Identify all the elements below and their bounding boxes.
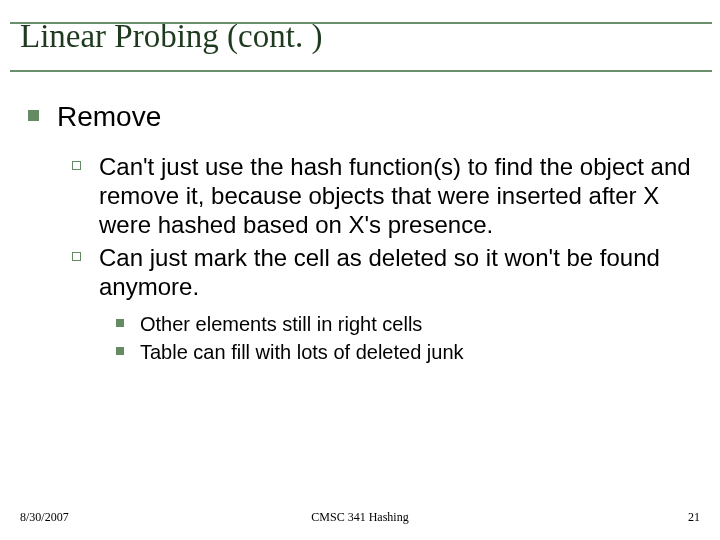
bullet-level3-text: Table can fill with lots of deleted junk xyxy=(140,339,464,365)
bullet-level2-text: Can just mark the cell as deleted so it … xyxy=(99,243,692,301)
square-bullet-icon xyxy=(28,110,39,121)
bullet-level3-group: Other elements still in right cells Tabl… xyxy=(116,311,692,365)
bullet-level1: Remove xyxy=(28,100,692,134)
footer-center: CMSC 341 Hashing xyxy=(0,510,720,525)
square-bullet-icon xyxy=(116,319,124,327)
footer-page-number: 21 xyxy=(688,510,700,525)
bullet-level3: Other elements still in right cells xyxy=(116,311,692,337)
square-outline-bullet-icon xyxy=(72,161,81,170)
slide-footer: 8/30/2007 CMSC 341 Hashing 21 xyxy=(0,510,720,530)
square-bullet-icon xyxy=(116,347,124,355)
bullet-level3: Table can fill with lots of deleted junk xyxy=(116,339,692,365)
slide-body: Remove Can't just use the hash function(… xyxy=(28,100,692,367)
square-outline-bullet-icon xyxy=(72,252,81,261)
slide: Linear Probing (cont. ) Remove Can't jus… xyxy=(0,0,720,540)
bullet-level1-text: Remove xyxy=(57,100,161,134)
slide-title: Linear Probing (cont. ) xyxy=(0,0,720,61)
title-rule-top xyxy=(10,22,712,24)
bullet-level2-text: Can't just use the hash function(s) to f… xyxy=(99,152,692,239)
title-rule-bottom xyxy=(10,70,712,72)
bullet-level2: Can just mark the cell as deleted so it … xyxy=(72,243,692,301)
bullet-level3-text: Other elements still in right cells xyxy=(140,311,422,337)
bullet-level2: Can't just use the hash function(s) to f… xyxy=(72,152,692,239)
bullet-level2-group: Can't just use the hash function(s) to f… xyxy=(72,152,692,365)
